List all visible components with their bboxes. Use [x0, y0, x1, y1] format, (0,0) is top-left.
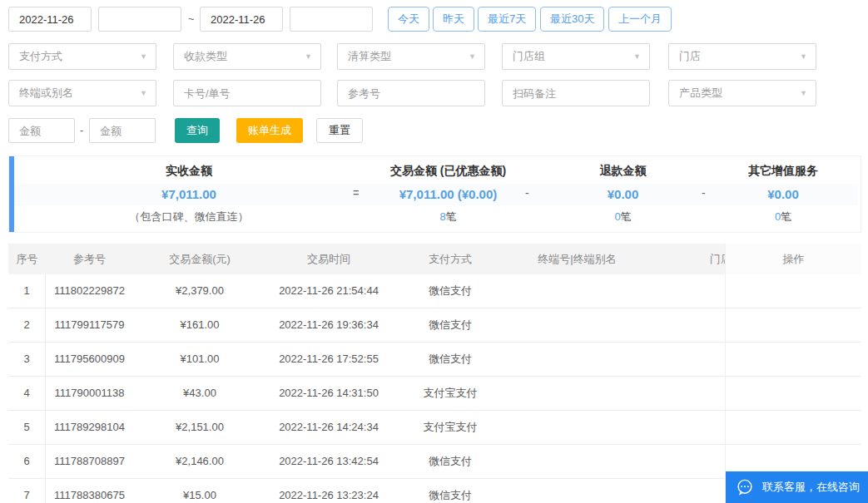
summary-transaction-discount: (¥0.00) — [458, 187, 498, 201]
cell-terminal — [509, 445, 645, 478]
cell-ref: 111788708897 — [46, 445, 133, 478]
end-time-input[interactable] — [290, 7, 373, 32]
cell-time: 2022-11-26 21:54:44 — [266, 274, 391, 308]
summary-transaction-title: 交易金额 (已优惠金额) — [359, 164, 538, 179]
cell-method: 微信支付 — [391, 479, 509, 503]
start-date-input[interactable] — [8, 7, 92, 32]
end-date-input[interactable] — [200, 7, 283, 32]
quick-lastmonth-button[interactable]: 上一个月 — [608, 7, 672, 32]
reference-no-input[interactable] — [337, 80, 485, 106]
summary-transaction-value: ¥7,011.00 — [399, 187, 454, 201]
summary-refund-value: ¥0.00 — [538, 184, 708, 205]
settlement-type-select-label: 清算类型 — [348, 50, 391, 62]
transactions-table: 序号 参考号 交易金额(元) 交易时间 支付方式 终端号|终端别名 门店 操作 … — [8, 244, 861, 503]
header-amount: 交易金额(元) — [133, 244, 266, 274]
amount-range-dash: - — [80, 118, 83, 143]
cell-store — [645, 445, 725, 478]
summary-other-count-unit: 笔 — [781, 210, 791, 223]
summary-other-title: 其它增值服务 — [708, 164, 858, 179]
summary-refund-count-unit: 笔 — [621, 210, 632, 223]
cell-ref: 111789298104 — [46, 411, 133, 444]
product-type-select-label: 产品类型 — [679, 86, 722, 99]
summary-received-value: ¥7,011.00 — [14, 184, 364, 205]
cell-time: 2022-11-26 19:36:34 — [266, 308, 391, 342]
card-order-no-input[interactable] — [173, 80, 321, 106]
cell-terminal — [509, 411, 645, 444]
cell-ref: 111790001138 — [46, 377, 133, 410]
summary-transaction-count-unit: 笔 — [446, 210, 457, 223]
summary-transaction-amount: 交易金额 (已优惠金额) ¥7,011.00 (¥0.00) 8笔 — [359, 156, 538, 232]
header-ops: 操作 — [725, 244, 861, 274]
table-row[interactable]: 3 111795600909 ¥101.00 2022-11-26 17:52:… — [8, 343, 861, 377]
cell-method: 微信支付 — [391, 308, 509, 342]
cell-ref: 111799117579 — [46, 308, 133, 342]
generate-bill-button[interactable]: 账单生成 — [236, 118, 303, 143]
cell-no: 1 — [8, 274, 46, 308]
cell-no: 3 — [8, 343, 46, 376]
cell-ops — [725, 274, 861, 308]
cell-terminal — [509, 479, 645, 503]
reset-button[interactable]: 重置 — [316, 118, 363, 143]
cell-ref: 111788380675 — [46, 479, 133, 503]
summary-transaction-count: 8 — [439, 210, 445, 223]
store-select[interactable]: 门店 ▼ — [668, 43, 816, 70]
cell-terminal — [509, 308, 645, 342]
cell-ref: 111802229872 — [46, 274, 133, 308]
quick-last7days-button[interactable]: 最近7天 — [478, 7, 536, 32]
store-group-select[interactable]: 门店组 ▼ — [502, 43, 650, 70]
summary-minus-operator-2: - — [702, 186, 706, 200]
cell-terminal — [509, 377, 645, 410]
scan-note-input[interactable] — [502, 80, 650, 106]
cell-store — [645, 377, 725, 410]
date-range-separator: ~ — [188, 7, 195, 32]
quick-last30days-button[interactable]: 最近30天 — [540, 7, 604, 32]
quick-yesterday-button[interactable]: 昨天 — [433, 7, 474, 32]
table-row[interactable]: 5 111789298104 ¥2,151.00 2022-11-26 14:2… — [8, 411, 861, 445]
quick-today-button[interactable]: 今天 — [388, 7, 429, 32]
store-group-select-label: 门店组 — [513, 50, 545, 62]
chevron-down-icon: ▼ — [305, 44, 312, 69]
cell-amount: ¥43.00 — [133, 377, 266, 410]
cell-method: 支付宝支付 — [391, 411, 509, 444]
payment-method-select[interactable]: 支付方式 ▼ — [8, 43, 156, 70]
cell-store — [645, 343, 725, 376]
chevron-down-icon: ▼ — [140, 44, 147, 69]
cell-amount: ¥2,379.00 — [133, 274, 266, 308]
collection-type-select[interactable]: 收款类型 ▼ — [173, 43, 321, 70]
cell-amount: ¥101.00 — [133, 343, 266, 376]
settlement-type-select[interactable]: 清算类型 ▼ — [337, 43, 485, 70]
summary-refund-title: 退款金额 — [538, 164, 708, 179]
chevron-down-icon: ▼ — [140, 81, 147, 106]
cell-time: 2022-11-26 13:23:24 — [266, 479, 391, 503]
cell-method: 支付宝支付 — [391, 377, 509, 410]
header-store: 门店 — [645, 244, 725, 274]
cell-no: 4 — [8, 377, 46, 410]
amount-max-input[interactable] — [89, 118, 156, 143]
cell-ops — [725, 411, 861, 444]
terminal-alias-select[interactable]: 终端或别名 ▼ — [8, 80, 156, 106]
cell-time: 2022-11-26 14:31:50 — [266, 377, 391, 410]
customer-service-widget[interactable]: 联系客服，在线咨询 — [726, 471, 868, 503]
table-row[interactable]: 1 111802229872 ¥2,379.00 2022-11-26 21:5… — [8, 274, 861, 308]
query-button[interactable]: 查询 — [175, 118, 220, 143]
cell-terminal — [509, 343, 645, 376]
table-row[interactable]: 2 111799117579 ¥161.00 2022-11-26 19:36:… — [8, 308, 861, 343]
cell-method: 微信支付 — [391, 343, 509, 376]
cell-ops — [725, 343, 861, 376]
summary-received-title: 实收金额 — [14, 164, 364, 179]
cell-amount: ¥15.00 — [133, 479, 266, 503]
table-row[interactable]: 4 111790001138 ¥43.00 2022-11-26 14:31:5… — [8, 377, 861, 411]
transaction-query-page: ~ 今天 昨天 最近7天 最近30天 上一个月 支付方式 ▼ 收款类型 ▼ 清算… — [0, 0, 868, 503]
cell-amount: ¥2,151.00 — [133, 411, 266, 444]
start-time-input[interactable] — [98, 7, 181, 32]
header-method: 支付方式 — [391, 244, 509, 274]
product-type-select[interactable]: 产品类型 ▼ — [668, 80, 816, 106]
cell-ops — [725, 308, 861, 342]
cell-amount: ¥161.00 — [133, 308, 266, 342]
summary-other-services: 其它增值服务 ¥0.00 0笔 — [708, 156, 858, 232]
cell-method: 微信支付 — [391, 274, 509, 308]
cell-time: 2022-11-26 17:52:55 — [266, 343, 391, 376]
amount-min-input[interactable] — [8, 118, 75, 143]
header-terminal: 终端号|终端别名 — [509, 244, 645, 274]
cell-time: 2022-11-26 14:24:34 — [266, 411, 391, 444]
